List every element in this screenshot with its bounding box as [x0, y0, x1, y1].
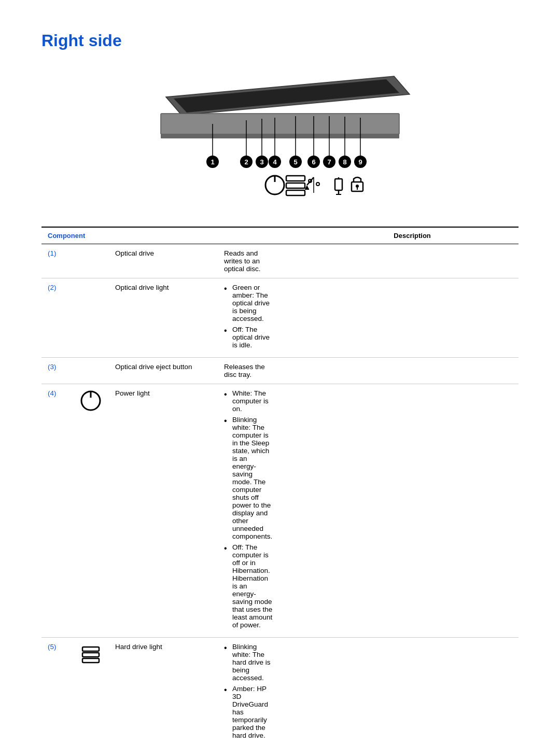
row-icon-power [73, 384, 109, 638]
svg-rect-3 [161, 114, 399, 134]
svg-rect-54 [82, 658, 99, 663]
row-description: Reads and writes to an optical disc. [218, 244, 278, 278]
svg-text:5: 5 [293, 158, 297, 166]
header-icon [218, 227, 278, 244]
row-num: (1) [41, 244, 73, 278]
svg-text:4: 4 [273, 158, 277, 166]
svg-text:1: 1 [211, 158, 214, 166]
row-component: Optical drive light [109, 278, 218, 358]
header-description: Description [387, 227, 519, 244]
svg-rect-4 [161, 134, 399, 138]
table-row: (4) Power light White: The computer is o… [41, 384, 519, 638]
row-icon-harddrive [73, 638, 109, 746]
row-icon [73, 278, 109, 358]
row-component: Power light [109, 384, 218, 638]
svg-rect-35 [286, 183, 305, 188]
svg-rect-36 [286, 190, 305, 195]
table-row: (5) Hard drive light Blinking white: The… [41, 638, 519, 746]
row-icon [73, 358, 109, 384]
svg-text:3: 3 [260, 158, 263, 166]
svg-rect-43 [335, 179, 342, 190]
header-component-label [278, 227, 387, 244]
svg-text:8: 8 [343, 158, 346, 166]
page-title: Right side [41, 31, 519, 50]
svg-rect-52 [82, 647, 99, 651]
svg-text:6: 6 [312, 158, 315, 166]
table-row: (1) Optical drive Reads and writes to an… [41, 244, 519, 278]
svg-line-37 [307, 177, 314, 185]
row-num: (4) [41, 384, 73, 638]
row-component: Optical drive [109, 244, 218, 278]
table-row: (2) Optical drive light Green or amber: … [41, 278, 519, 358]
row-description: Releases the disc tray. [218, 358, 278, 384]
row-icon [73, 244, 109, 278]
row-num: (5) [41, 638, 73, 746]
row-description: Green or amber: The optical drive is bei… [218, 278, 278, 358]
svg-rect-34 [286, 176, 305, 181]
svg-point-42 [316, 182, 319, 186]
svg-marker-1 [174, 79, 399, 113]
svg-rect-53 [82, 653, 99, 657]
table-row: (3) Optical drive eject button Releases … [41, 358, 519, 384]
svg-text:7: 7 [327, 158, 331, 166]
laptop-diagram: 1 2 3 4 5 6 7 8 9 [41, 66, 519, 211]
svg-point-48 [356, 185, 359, 188]
row-num: (3) [41, 358, 73, 384]
components-table: Component Description (1) Optical drive … [41, 227, 519, 745]
svg-text:9: 9 [358, 158, 362, 166]
row-component: Optical drive eject button [109, 358, 218, 384]
header-component-num: Component [41, 227, 218, 244]
row-description: Blinking white: The hard drive is being … [218, 638, 278, 746]
row-description: White: The computer is on. Blinking whit… [218, 384, 278, 638]
svg-text:2: 2 [244, 158, 248, 166]
row-num: (2) [41, 278, 73, 358]
row-component: Hard drive light [109, 638, 218, 746]
